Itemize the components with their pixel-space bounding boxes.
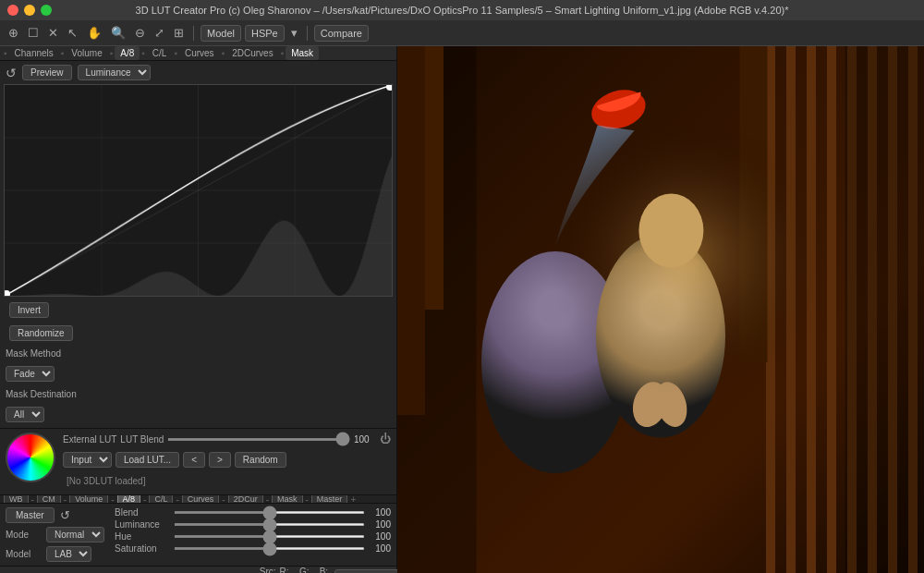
hand-icon[interactable]: ✋ — [84, 24, 104, 42]
zoom-in-icon[interactable]: 🔍 — [108, 24, 128, 42]
blend-sliders: Blend 100 Luminance 100 Hue 100 — [115, 507, 391, 554]
randomize-button[interactable]: Randomize — [9, 325, 73, 341]
mask-destination-select-row: All — [4, 405, 393, 424]
photo-canvas — [397, 46, 924, 573]
left-panel: ▪ Channels ▪ Volume ▪ A/8 ▪ C/L ▪ Curves… — [0, 46, 397, 573]
mask-method-select-row: Fade — [4, 364, 393, 384]
load-lut-button[interactable]: Load LUT... — [116, 452, 179, 468]
blend-hue-row: Hue 100 — [115, 531, 391, 542]
refresh-icon[interactable]: ↺ — [60, 508, 70, 522]
master-button[interactable]: Master — [6, 507, 55, 523]
right-panel — [397, 46, 924, 573]
less-button[interactable]: < — [183, 452, 205, 468]
tab-channels[interactable]: Channels — [9, 46, 59, 60]
r-src: R: 255 — [280, 567, 296, 573]
move-icon[interactable]: ⊕ — [6, 24, 21, 42]
grid-icon[interactable]: ⊞ — [171, 24, 187, 42]
toolbar-separator-2 — [307, 26, 308, 41]
maximize-button[interactable] — [41, 5, 52, 16]
g-src: G: 194 — [299, 567, 316, 573]
preview-button[interactable]: Preview — [22, 65, 72, 80]
node-master[interactable]: Master — [311, 494, 348, 503]
invert-row: Invert — [4, 300, 393, 320]
blend-label: Blend — [115, 507, 170, 518]
random-lut-button[interactable]: Random — [235, 452, 286, 468]
node-cm[interactable]: CM — [37, 494, 61, 503]
model-select[interactable]: LAB — [46, 546, 91, 562]
luminance-blend-label: Luminance — [115, 519, 170, 530]
no-lut-text: [No 3DLUT loaded] — [63, 474, 149, 488]
tab-curves[interactable]: Curves — [179, 46, 220, 60]
lut-blend-value: 100 — [354, 434, 376, 445]
mask-destination-label: Mask Destination — [6, 389, 77, 399]
mask-method-label: Mask Method — [6, 348, 61, 359]
hspe-button[interactable]: HSPe — [245, 25, 285, 42]
fit-icon[interactable]: ⤢ — [152, 24, 167, 42]
node-wb[interactable]: WB — [4, 494, 29, 503]
lut-blend-row: External LUT LUT Blend 100 ⏻ — [63, 433, 391, 445]
model-button[interactable]: Model — [201, 25, 241, 42]
node-cl[interactable]: C/L — [149, 494, 173, 503]
node-chain: WB - CM - Volume - A/8 - C/L - Curves - … — [0, 494, 396, 503]
blend-slider[interactable] — [174, 511, 365, 514]
curves-area: ↺ Preview Luminance Invert Randomize Mas… — [0, 61, 396, 428]
tab-cl[interactable]: C/L — [147, 46, 173, 60]
mask-method-select[interactable]: Fade — [6, 366, 55, 382]
compare-button[interactable]: Compare — [314, 25, 369, 42]
undo-icon[interactable]: ↺ — [6, 66, 17, 80]
zoom-out-icon[interactable]: ⊖ — [132, 24, 148, 42]
mask-destination-row: Mask Destination — [4, 387, 393, 401]
hue-blend-label: Hue — [115, 531, 170, 542]
saturation-blend-slider[interactable] — [174, 547, 365, 550]
randomize-row: Randomize — [4, 323, 393, 343]
saturation-blend-label: Saturation — [115, 543, 170, 554]
node-2dcur[interactable]: 2DCur — [228, 494, 263, 503]
cross-icon[interactable]: ✕ — [45, 24, 61, 42]
blend-blend-row: Blend 100 — [115, 507, 391, 518]
src-info: Src: R: 255 G: 194 B: 0 Res: R: 255 G: 1… — [260, 567, 329, 573]
node-a8[interactable]: A/8 — [117, 494, 141, 503]
hue-blend-slider[interactable] — [174, 535, 365, 538]
dropdown-icon[interactable]: ▾ — [288, 24, 300, 42]
master-section: Master ↺ Mode Normal Model LAB — [0, 503, 396, 566]
node-mask[interactable]: Mask — [272, 494, 303, 503]
luminance-blend-value: 100 — [369, 519, 391, 530]
blend-saturation-row: Saturation 100 — [115, 543, 391, 554]
external-lut-label: External LUT — [63, 434, 116, 445]
pointer-icon[interactable]: ↖ — [65, 24, 80, 42]
blend-luminance-row: Luminance 100 — [115, 519, 391, 530]
minimize-button[interactable] — [24, 5, 35, 16]
lut-input-select[interactable]: Input — [63, 452, 112, 468]
close-button[interactable] — [7, 5, 18, 16]
toolbar: ⊕ ☐ ✕ ↖ ✋ 🔍 ⊖ ⤢ ⊞ Model HSPe ▾ Compare — [0, 20, 924, 46]
lut-power-icon[interactable]: ⏻ — [380, 433, 391, 445]
curves-canvas[interactable] — [5, 85, 392, 296]
tab-a8[interactable]: A/8 — [115, 46, 140, 60]
bottom-bar: Load Image Save Image Image from PS S R … — [0, 566, 396, 573]
select-icon[interactable]: ☐ — [25, 24, 42, 42]
node-curves[interactable]: Curves — [182, 494, 220, 503]
lut-input-row: Input Load LUT... < > Random — [63, 452, 391, 468]
mode-select[interactable]: Normal — [46, 527, 104, 543]
luminance-select[interactable]: Luminance — [78, 65, 151, 80]
model-label: Model — [6, 549, 43, 559]
titlebar: 3D LUT Creator Pro (c) Oleg Sharonov – /… — [0, 0, 924, 20]
lut-blend-slider[interactable] — [167, 438, 350, 441]
hue-blend-value: 100 — [369, 531, 391, 542]
luminance-blend-slider[interactable] — [174, 523, 365, 526]
curves-canvas-wrapper[interactable] — [4, 84, 393, 297]
tab-volume[interactable]: Volume — [66, 46, 107, 60]
more-button[interactable]: > — [209, 452, 231, 468]
tab-bar: ▪ Channels ▪ Volume ▪ A/8 ▪ C/L ▪ Curves… — [0, 46, 396, 61]
paste-button[interactable]: Paste — [334, 569, 404, 574]
tab-mask[interactable]: Mask — [286, 46, 319, 60]
tab-2dcurves[interactable]: 2DCurves — [226, 46, 278, 60]
node-volume[interactable]: Volume — [69, 494, 108, 503]
blend-value: 100 — [369, 507, 391, 518]
mask-method-row: Mask Method — [4, 347, 393, 360]
mask-destination-select[interactable]: All — [6, 407, 44, 422]
no-lut-row: [No 3DLUT loaded] — [63, 474, 391, 488]
lut-blend-label: LUT Blend — [120, 434, 164, 445]
invert-button[interactable]: Invert — [9, 302, 49, 318]
b-src: B: 0 — [320, 567, 330, 573]
